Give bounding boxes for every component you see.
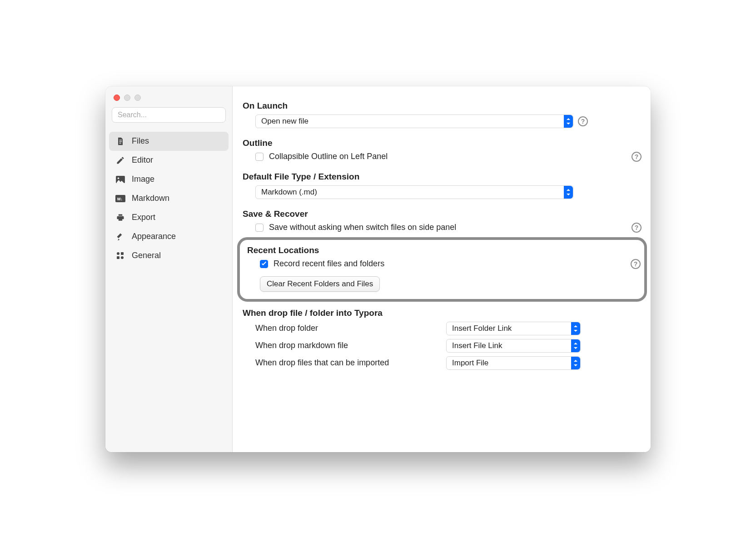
- file-icon: [115, 136, 125, 146]
- chevron-up-down-icon: [571, 322, 580, 335]
- section-save-recover-title: Save & Recover: [243, 209, 642, 219]
- sidebar-item-export[interactable]: Export: [109, 208, 229, 227]
- sidebar-item-appearance[interactable]: Appearance: [109, 227, 229, 246]
- select-value: Import File: [452, 359, 488, 368]
- select-value: Insert Folder Link: [452, 324, 512, 333]
- select-value: Markdown (.md): [261, 188, 317, 197]
- pencil-icon: [115, 155, 125, 165]
- sidebar-item-markdown[interactable]: M↓ Markdown: [109, 189, 229, 208]
- sidebar-item-label: Markdown: [132, 194, 169, 203]
- chevron-up-down-icon: [564, 186, 573, 199]
- drop-import-label: When drop files that can be imported: [255, 358, 446, 368]
- svg-rect-9: [117, 256, 119, 259]
- sidebar-item-label: Image: [132, 174, 154, 184]
- svg-point-10: [121, 256, 124, 259]
- svg-rect-2: [119, 143, 121, 143]
- button-label: Clear Recent Folders and Files: [267, 279, 373, 289]
- sidebar-item-label: General: [132, 251, 161, 260]
- select-value: Open new file: [261, 117, 308, 126]
- chevron-up-down-icon: [571, 339, 580, 352]
- sidebar-item-general[interactable]: General: [109, 246, 229, 265]
- main-panel: On Launch Open new file ? Outline Collap…: [233, 86, 651, 452]
- search-input[interactable]: [112, 107, 226, 123]
- markdown-icon: M↓: [115, 194, 125, 204]
- printer-icon: [115, 213, 125, 223]
- svg-rect-8: [121, 252, 124, 255]
- section-outline-title: Outline: [243, 138, 642, 148]
- sidebar-item-image[interactable]: Image: [109, 170, 229, 189]
- drop-folder-select[interactable]: Insert Folder Link: [446, 322, 581, 335]
- checkbox-label: Record recent files and folders: [274, 259, 384, 269]
- zoom-window-button[interactable]: [134, 95, 141, 101]
- sidebar-item-label: Editor: [132, 155, 153, 165]
- outline-collapsible-checkbox[interactable]: [255, 153, 264, 161]
- section-drop-title: When drop file / folder into Typora: [243, 308, 642, 318]
- clear-recent-button[interactable]: Clear Recent Folders and Files: [260, 276, 380, 292]
- svg-rect-1: [119, 141, 122, 142]
- help-icon[interactable]: ?: [578, 116, 588, 126]
- drop-folder-label: When drop folder: [255, 324, 446, 333]
- sidebar-item-label: Appearance: [132, 232, 176, 241]
- window-controls: [105, 92, 232, 107]
- on-launch-select[interactable]: Open new file: [255, 115, 573, 128]
- section-recent-title: Recent Locations: [247, 245, 641, 255]
- drop-md-select[interactable]: Insert File Link: [446, 339, 581, 353]
- sidebar: Files Editor Image M↓ Markdown: [105, 86, 233, 452]
- sidebar-item-label: Export: [132, 213, 155, 222]
- sidebar-item-files[interactable]: Files: [109, 132, 229, 151]
- checkbox-label: Collapsible Outline on Left Panel: [269, 152, 388, 161]
- recent-locations-highlight: Recent Locations Record recent files and…: [237, 237, 647, 302]
- chevron-up-down-icon: [571, 357, 580, 369]
- sidebar-nav: Files Editor Image M↓ Markdown: [105, 132, 232, 265]
- save-without-asking-checkbox[interactable]: [255, 224, 264, 232]
- svg-rect-0: [119, 139, 122, 140]
- select-value: Insert File Link: [452, 341, 502, 350]
- drop-import-select[interactable]: Import File: [446, 356, 581, 370]
- section-default-ext-title: Default File Type / Extension: [243, 172, 642, 182]
- sidebar-item-label: Files: [132, 136, 149, 146]
- svg-point-4: [118, 177, 119, 179]
- preferences-window: Files Editor Image M↓ Markdown: [105, 86, 651, 452]
- help-icon[interactable]: ?: [632, 152, 642, 162]
- close-window-button[interactable]: [114, 95, 120, 101]
- checkbox-label: Save without asking when switch files on…: [269, 223, 456, 232]
- paint-icon: [115, 232, 125, 242]
- minimize-window-button[interactable]: [124, 95, 130, 101]
- svg-point-7: [117, 252, 119, 255]
- sidebar-item-editor[interactable]: Editor: [109, 151, 229, 170]
- default-ext-select[interactable]: Markdown (.md): [255, 185, 573, 199]
- help-icon[interactable]: ?: [631, 259, 641, 269]
- svg-text:M↓: M↓: [117, 197, 123, 201]
- grid-icon: [115, 251, 125, 261]
- section-on-launch-title: On Launch: [243, 101, 642, 111]
- drop-md-label: When drop markdown file: [255, 341, 446, 350]
- help-icon[interactable]: ?: [632, 223, 642, 233]
- chevron-up-down-icon: [564, 115, 573, 128]
- image-icon: [115, 174, 125, 184]
- record-recent-checkbox[interactable]: [260, 260, 268, 268]
